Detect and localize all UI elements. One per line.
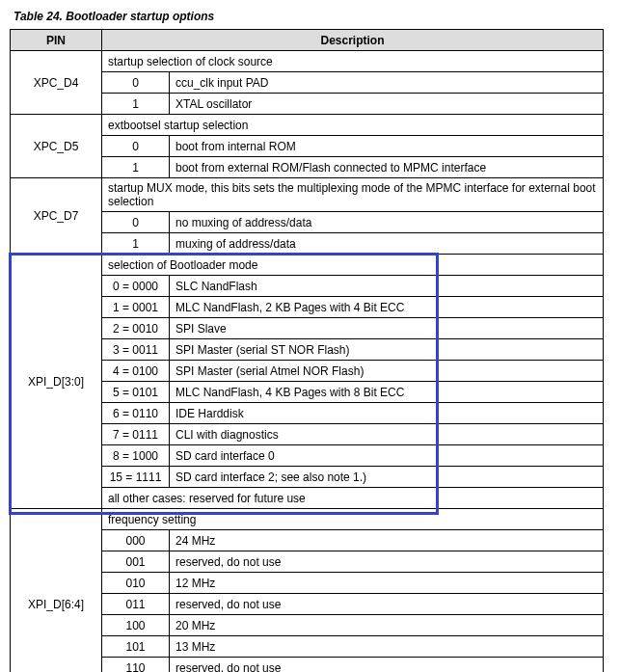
desc-cell: SPI Master (serial Atmel NOR Flash) (170, 361, 604, 382)
value-cell: 001 (102, 551, 170, 573)
desc-cell: boot from internal ROM (170, 136, 604, 157)
value-cell: 1 (102, 157, 170, 178)
desc-cell: 24 MHz (170, 530, 604, 551)
pin-cell: XPC_D7 (11, 178, 102, 255)
section-title-row: XPI_D[3:0]selection of Bootloader mode (11, 255, 604, 276)
desc-cell: MLC NandFlash, 4 KB Pages with 8 Bit ECC (170, 382, 604, 403)
value-cell: 0 (102, 72, 170, 94)
value-cell: 110 (102, 658, 170, 673)
value-cell: 15 = 1111 (102, 467, 170, 488)
desc-cell: reserved, do not use (170, 551, 604, 573)
value-cell: 011 (102, 594, 170, 615)
desc-cell: CLI with diagnostics (170, 424, 604, 445)
value-cell: 2 = 0010 (102, 318, 170, 339)
desc-cell: 12 MHz (170, 573, 604, 594)
table-header-row: PIN Description (11, 30, 604, 51)
value-cell: 010 (102, 573, 170, 594)
desc-cell: IDE Harddisk (170, 403, 604, 424)
section-title-row: XPC_D5extbootsel startup selection (11, 115, 604, 136)
col-header-desc: Description (102, 30, 604, 51)
desc-cell: no muxing of address/data (170, 212, 604, 233)
value-cell: 3 = 0011 (102, 339, 170, 361)
pin-cell: XPC_D4 (11, 51, 102, 115)
value-cell: 8 = 1000 (102, 445, 170, 467)
table-caption: Table 24. Bootloader startup options (14, 10, 611, 23)
section-title-row: XPC_D4startup selection of clock source (11, 51, 604, 72)
value-cell: 7 = 0111 (102, 424, 170, 445)
desc-cell: SLC NandFlash (170, 276, 604, 297)
value-cell: 4 = 0100 (102, 361, 170, 382)
section-title-cell: startup MUX mode, this bits sets the mul… (102, 178, 604, 212)
section-footer-cell: all other cases: reserved for future use (102, 488, 604, 509)
desc-cell: reserved, do not use (170, 594, 604, 615)
pin-cell: XPI_D[3:0] (11, 255, 102, 509)
value-cell: 1 (102, 94, 170, 115)
value-cell: 1 (102, 233, 170, 255)
value-cell: 000 (102, 530, 170, 551)
value-cell: 0 (102, 212, 170, 233)
desc-cell: 20 MHz (170, 615, 604, 636)
desc-cell: XTAL oscillator (170, 94, 604, 115)
section-title-row: XPI_D[6:4]frequency setting (11, 509, 604, 530)
pin-cell: XPC_D5 (11, 115, 102, 178)
section-title-cell: startup selection of clock source (102, 51, 604, 72)
value-cell: 101 (102, 636, 170, 658)
value-cell: 6 = 0110 (102, 403, 170, 424)
desc-cell: reserved, do not use (170, 658, 604, 673)
desc-cell: MLC NandFlash, 2 KB Pages with 4 Bit ECC (170, 297, 604, 318)
value-cell: 0 (102, 136, 170, 157)
desc-cell: SD card interface 2; see also note 1.) (170, 467, 604, 488)
table-wrapper: PIN Description XPC_D4startup selection … (10, 29, 604, 672)
section-title-cell: frequency setting (102, 509, 604, 530)
desc-cell: SPI Slave (170, 318, 604, 339)
desc-cell: SPI Master (serial ST NOR Flash) (170, 339, 604, 361)
section-title-cell: extbootsel startup selection (102, 115, 604, 136)
col-header-pin: PIN (11, 30, 102, 51)
desc-cell: ccu_clk input PAD (170, 72, 604, 94)
value-cell: 100 (102, 615, 170, 636)
value-cell: 5 = 0101 (102, 382, 170, 403)
pin-cell: XPI_D[6:4] (11, 509, 102, 673)
section-title-row: XPC_D7startup MUX mode, this bits sets t… (11, 178, 604, 212)
bootloader-table: PIN Description XPC_D4startup selection … (10, 29, 604, 672)
desc-cell: 13 MHz (170, 636, 604, 658)
desc-cell: SD card interface 0 (170, 445, 604, 467)
value-cell: 1 = 0001 (102, 297, 170, 318)
section-title-cell: selection of Bootloader mode (102, 255, 604, 276)
desc-cell: muxing of address/data (170, 233, 604, 255)
value-cell: 0 = 0000 (102, 276, 170, 297)
desc-cell: boot from external ROM/Flash connected t… (170, 157, 604, 178)
